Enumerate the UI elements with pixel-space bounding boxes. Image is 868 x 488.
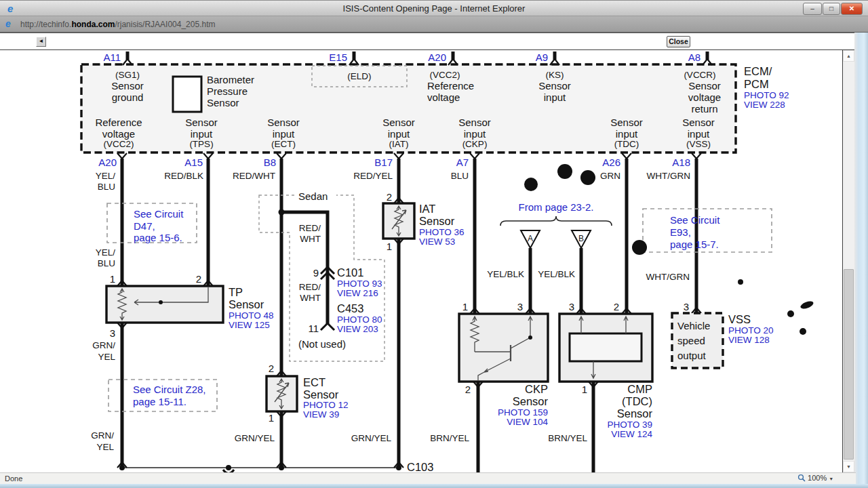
- tp-pin-1: 1: [110, 273, 115, 285]
- svg-text:GRN: GRN: [600, 171, 620, 181]
- minimize-button[interactable]: –: [803, 3, 822, 15]
- svg-text:YEL/: YEL/: [96, 247, 116, 258]
- c101-label: C101: [337, 266, 363, 279]
- pin-label-a7: A7: [456, 157, 469, 168]
- connector-c101-c453: 9 C101 PHOTO 93 VIEW 216 C453 PHOTO 80 V…: [298, 266, 382, 350]
- iat-sensor: 2 1 IAT Sensor PHOTO 36 VIEW 53: [383, 191, 465, 252]
- window-close-button[interactable]: ✕: [841, 3, 863, 15]
- scrollbar-thumb[interactable]: [844, 269, 854, 460]
- title-bar: e ISIS-Content Opening Page - Internet E…: [0, 0, 868, 16]
- baro-line3: Sensor: [207, 97, 239, 108]
- wiring-diagram: A11 E15 A20 A9 A8 (SG1) Sensor ground Ba…: [0, 50, 842, 472]
- from-page-reference: From page 23-2. A B: [500, 201, 612, 248]
- svg-text:Sensor: Sensor: [682, 117, 715, 128]
- ckp-pin-3: 3: [517, 301, 523, 312]
- ect-pin-2: 2: [269, 363, 274, 374]
- ecm-view-link[interactable]: VIEW 228: [744, 100, 785, 110]
- tp-name: TP: [229, 286, 243, 298]
- back-button[interactable]: ◄: [36, 37, 46, 47]
- baro-line1: Barometer: [207, 74, 254, 85]
- ks-line1: Sensor: [538, 80, 571, 92]
- c453-photo-link[interactable]: PHOTO 80: [337, 314, 382, 325]
- c101-photo-link[interactable]: PHOTO 93: [337, 279, 382, 289]
- svg-text:input: input: [688, 128, 710, 140]
- diagram-page: A11 E15 A20 A9 A8 (SG1) Sensor ground Ba…: [0, 50, 842, 472]
- svg-text:BLU: BLU: [98, 258, 115, 268]
- pin-label-b8: B8: [264, 157, 276, 168]
- ground-bus-c103: C103: [119, 461, 433, 472]
- svg-text:Sensor: Sensor: [303, 388, 339, 401]
- ks-line2: input: [544, 92, 566, 103]
- svg-text:output: output: [677, 350, 707, 361]
- pin-label-a20: A20: [98, 157, 117, 168]
- svg-text:WHT/GRN: WHT/GRN: [646, 272, 690, 282]
- iat-pin-1: 1: [387, 241, 392, 252]
- ink-marks: [524, 164, 814, 335]
- svg-text:BRN/YEL: BRN/YEL: [430, 433, 469, 443]
- svg-text:Sensor: Sensor: [267, 117, 300, 128]
- ect-pin-1: 1: [269, 412, 274, 424]
- close-button[interactable]: Close: [667, 36, 690, 47]
- c453-view-link[interactable]: VIEW 203: [337, 324, 378, 334]
- ecm-photo-link[interactable]: PHOTO 92: [744, 90, 789, 100]
- vertical-scrollbar[interactable]: ▲ ▼: [843, 50, 854, 472]
- tp-view-link[interactable]: VIEW 125: [229, 320, 270, 330]
- ckp-pin-2: 2: [465, 384, 471, 395]
- svg-text:(IAT): (IAT): [389, 139, 409, 149]
- svg-text:page 15-11.: page 15-11.: [133, 396, 186, 407]
- barometer-pressure-sensor-box: [173, 77, 201, 112]
- pin-label-a8: A8: [688, 52, 701, 63]
- svg-text:page 15-7.: page 15-7.: [670, 239, 719, 250]
- zoom-control[interactable]: 100% ▼: [797, 474, 833, 482]
- brace: [500, 216, 612, 226]
- maximize-button[interactable]: □: [823, 3, 840, 15]
- ect-photo-link[interactable]: PHOTO 12: [303, 400, 349, 410]
- scroll-up-button[interactable]: ▲: [843, 50, 854, 62]
- svg-text:YEL/BLK: YEL/BLK: [538, 269, 575, 279]
- svg-text:BLU: BLU: [451, 171, 469, 181]
- cmp-view-link[interactable]: VIEW 124: [611, 429, 652, 439]
- svg-text:RED/BLK: RED/BLK: [164, 171, 203, 181]
- svg-text:Sensor: Sensor: [382, 117, 415, 128]
- ect-view-link[interactable]: VIEW 39: [303, 409, 339, 420]
- ks-code: (KS): [546, 70, 564, 80]
- svg-text:input: input: [273, 128, 295, 140]
- ckp-photo-link[interactable]: PHOTO 159: [498, 407, 548, 418]
- c101-view-link[interactable]: VIEW 216: [337, 288, 378, 298]
- toolbar: ◄ Close: [0, 33, 857, 49]
- sg1-line2: ground: [112, 92, 144, 103]
- svg-text:(VSS): (VSS): [686, 139, 711, 149]
- pin-label-b17: B17: [374, 157, 393, 168]
- svg-text:Sensor: Sensor: [513, 395, 549, 407]
- vss-pin-3: 3: [684, 301, 689, 312]
- vss-view-link[interactable]: VIEW 128: [728, 335, 770, 345]
- pin-label-a18: A18: [672, 157, 690, 168]
- svg-text:See Circuit: See Circuit: [134, 208, 184, 220]
- ckp-view-link[interactable]: VIEW 104: [507, 417, 548, 427]
- scroll-down-button[interactable]: ▼: [843, 461, 854, 472]
- vcc2-line2: voltage: [427, 92, 460, 103]
- cmp-pin-2: 2: [614, 301, 619, 312]
- triangle-b-label: B: [578, 234, 584, 243]
- iat-photo-link[interactable]: PHOTO 36: [419, 227, 465, 237]
- status-bar: [0, 472, 856, 484]
- svg-text:input: input: [388, 128, 410, 140]
- svg-text:(TDC): (TDC): [614, 139, 639, 149]
- svg-text:Sensor: Sensor: [610, 117, 643, 128]
- cmp-photo-link[interactable]: PHOTO 39: [607, 420, 652, 430]
- c453-label: C453: [337, 302, 363, 314]
- iat-view-link[interactable]: VIEW 53: [419, 237, 455, 247]
- address-bar[interactable]: e http://techinfo.honda.com/rjanisis/RJA…: [0, 16, 868, 33]
- triangle-a-label: A: [528, 234, 533, 243]
- vcc2-line1: Reference: [427, 80, 474, 92]
- svg-text:Sensor: Sensor: [458, 117, 491, 128]
- eld-code: (ELD): [347, 71, 371, 81]
- svg-text:Sensor: Sensor: [229, 298, 264, 310]
- svg-text:GRN/YEL: GRN/YEL: [235, 433, 275, 443]
- sg1-code: (SG1): [115, 70, 140, 80]
- tp-photo-link[interactable]: PHOTO 48: [229, 310, 274, 321]
- zoom-dropdown-caret[interactable]: ▼: [829, 476, 833, 481]
- ckp-pin-1: 1: [462, 301, 468, 312]
- svg-text:D47,: D47,: [134, 220, 155, 232]
- vss-photo-link[interactable]: PHOTO 20: [728, 325, 774, 336]
